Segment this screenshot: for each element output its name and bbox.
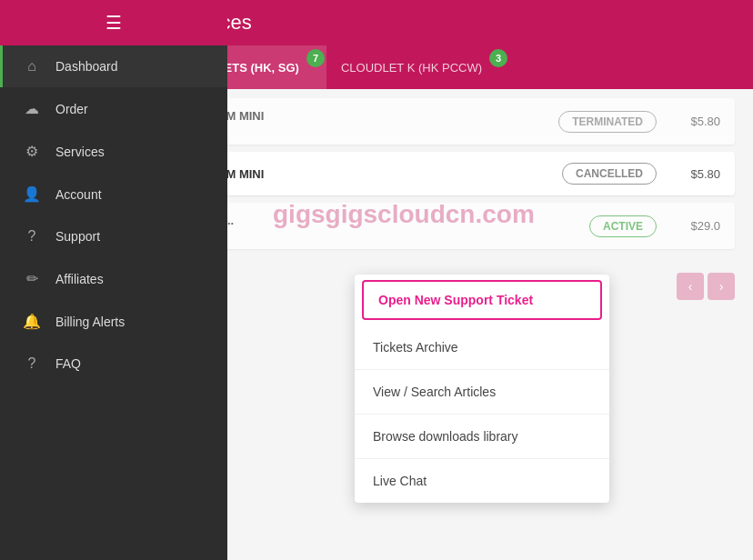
sidebar-label-dashboard: Dashboard [55,59,118,74]
sidebar-label-faq: FAQ [55,356,81,371]
faq-icon: ? [21,355,43,372]
sidebar-label-affiliates: Affiliates [55,272,104,286]
dropdown-item-view-articles[interactable]: View / Search Articles [355,370,609,415]
next-page-button[interactable]: › [708,273,735,300]
bell-icon: 🔔 [21,313,43,330]
sidebar: ☰ ⌂ Dashboard ☁ Order ⚙ Services 👤 Accou… [0,0,227,560]
tab-cloudlet-k-badge: 3 [489,49,507,67]
gear-icon: ⚙ [21,143,43,160]
service-price: $5.80 [675,115,720,128]
tab-cloudlet-k-label: CLOUDLET K (HK PCCW) [341,61,482,75]
hamburger-icon[interactable]: ☰ [105,12,122,34]
dropdown-item-browse-downloads[interactable]: Browse downloads library [355,415,609,459]
sidebar-item-billing-alerts[interactable]: 🔔 Billing Alerts [0,300,227,343]
dropdown-item-open-ticket[interactable]: Open New Support Ticket [362,280,602,320]
sidebar-item-dashboard[interactable]: ⌂ Dashboard [0,45,227,87]
sidebar-label-services: Services [55,145,105,159]
service-price: $5.80 [675,167,720,181]
tab-cloudlet-k[interactable]: CLOUDLET K (HK PCCW) 3 [326,45,509,89]
sidebar-label-order: Order [55,102,88,116]
prev-page-button[interactable]: ‹ [677,273,704,300]
user-icon: 👤 [21,185,43,203]
sidebar-item-services[interactable]: ⚙ Services [0,130,227,173]
sidebar-label-support: Support [55,229,100,244]
service-price: $29.0 [675,219,720,233]
sidebar-label-account: Account [55,187,102,202]
status-badge: ACTIVE [589,215,657,237]
pencil-icon: ✏ [21,270,43,287]
status-badge: TERMINATED [558,111,657,133]
sidebar-item-affiliates[interactable]: ✏ Affiliates [0,257,227,300]
cloud-icon: ☁ [21,100,43,117]
sidebar-label-billing-alerts: Billing Alerts [55,315,125,329]
sidebar-item-account[interactable]: 👤 Account [0,173,227,215]
sidebar-item-order[interactable]: ☁ Order [0,87,227,130]
status-badge: CANCELLED [562,163,657,185]
home-icon: ⌂ [21,58,43,75]
dropdown-item-tickets-archive[interactable]: Tickets Archive [355,325,609,370]
question-icon: ? [21,228,43,245]
tab-cloudlets-hk-sg-badge: 7 [306,49,325,67]
sidebar-header: ☰ [0,0,227,45]
support-dropdown: Open New Support Ticket Tickets Archive … [355,275,609,503]
dropdown-item-live-chat[interactable]: Live Chat [355,459,609,503]
sidebar-item-faq[interactable]: ? FAQ [0,343,227,385]
sidebar-item-support[interactable]: ? Support [0,215,227,257]
